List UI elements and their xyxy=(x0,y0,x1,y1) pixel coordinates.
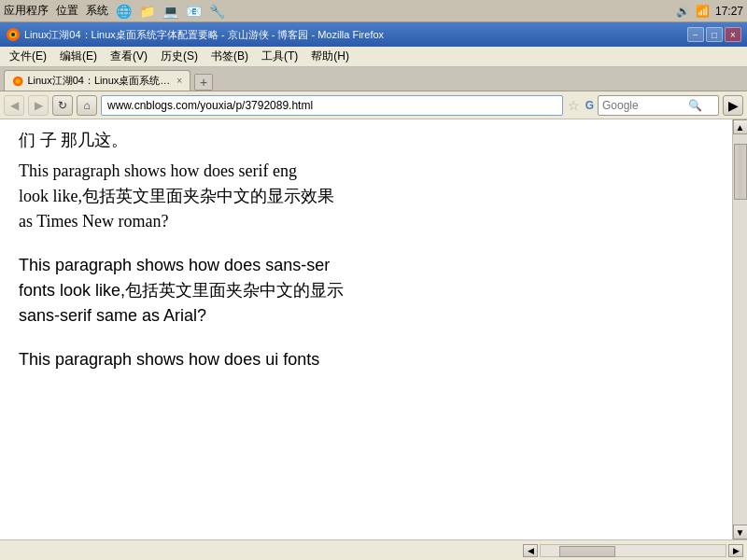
app-menu[interactable]: 应用程序 xyxy=(4,3,49,19)
menu-file[interactable]: 文件(E) xyxy=(4,47,52,66)
scroll-down-button[interactable]: ▼ xyxy=(733,525,748,539)
tray-icon-2: 📶 xyxy=(696,5,710,18)
svg-point-4 xyxy=(16,78,21,83)
tab-label: Linux江湖04：Linux桌面系统字体... xyxy=(27,74,171,88)
system-bar-right: 🔊 📶 17:27 xyxy=(676,5,743,18)
toolbar-icon-1: 🌐 xyxy=(116,4,132,19)
serif-line3: as Times New roman? xyxy=(19,212,169,231)
menu-tools[interactable]: 工具(T) xyxy=(256,47,303,66)
tab-add-button[interactable]: + xyxy=(194,74,213,91)
toolbar-icon-4: 📧 xyxy=(186,4,202,19)
ui-line1: This paragraph shows how does ui fonts xyxy=(19,350,319,369)
content-area: 们 子 那几这。 This paragraph shows how does s… xyxy=(0,119,747,539)
sans-line3: sans-serif same as Arial? xyxy=(19,306,206,325)
toolbar-icon-2: 📁 xyxy=(139,4,155,19)
address-input[interactable] xyxy=(101,95,563,116)
firefox-logo xyxy=(6,27,21,42)
page-content: 们 子 那几这。 This paragraph shows how does s… xyxy=(0,119,732,539)
tab-bar: Linux江湖04：Linux桌面系统字体... × + xyxy=(0,67,747,91)
horizontal-scroll-thumb[interactable] xyxy=(559,546,615,557)
scroll-track xyxy=(733,134,748,525)
search-input[interactable] xyxy=(602,99,686,112)
title-bar-left: Linux江湖04：Linux桌面系统字体配置要略 - 京山游侠 - 博客园 -… xyxy=(6,27,384,42)
search-go-icon[interactable]: 🔍 xyxy=(688,99,702,112)
tab-main[interactable]: Linux江湖04：Linux桌面系统字体... × xyxy=(4,70,190,91)
status-bar: ◀ ▶ xyxy=(0,539,747,560)
window-title: Linux江湖04：Linux桌面系统字体配置要略 - 京山游侠 - 博客园 -… xyxy=(24,28,384,42)
tray-icon-1: 🔊 xyxy=(676,5,690,18)
horizontal-scroll-track xyxy=(540,544,726,557)
close-button[interactable]: × xyxy=(725,27,741,42)
firefox-window: Linux江湖04：Linux桌面系统字体配置要略 - 京山游侠 - 博客园 -… xyxy=(0,22,747,560)
scroll-up-button[interactable]: ▲ xyxy=(733,119,748,134)
forward-button[interactable]: ▶ xyxy=(28,95,49,116)
maximize-button[interactable]: □ xyxy=(706,27,723,42)
scroll-left-button[interactable]: ◀ xyxy=(523,544,538,557)
toolbar-icon-5: 🔧 xyxy=(209,4,225,19)
go-icon: ▶ xyxy=(728,98,739,113)
menu-bookmarks[interactable]: 书签(B) xyxy=(205,47,254,66)
minimize-button[interactable]: − xyxy=(687,27,704,42)
places-menu[interactable]: 位置 xyxy=(56,3,78,19)
sans-line1: This paragraph shows how does sans-ser xyxy=(19,256,330,274)
search-box: 🔍 xyxy=(598,95,719,116)
scroll-right-button[interactable]: ▶ xyxy=(728,544,743,557)
bookmark-star-icon[interactable]: ☆ xyxy=(567,98,582,113)
system-clock: 17:27 xyxy=(715,5,743,18)
svg-point-2 xyxy=(11,33,15,36)
reload-button[interactable]: ↻ xyxy=(52,95,73,116)
menu-bar: 文件(E) 编辑(E) 查看(V) 历史(S) 书签(B) 工具(T) 帮助(H… xyxy=(0,47,747,67)
tab-close-icon[interactable]: × xyxy=(176,76,182,86)
serif-line2: look like,包括英文里面夹杂中文的显示效果 xyxy=(19,187,334,205)
toolbar-icon-3: 💻 xyxy=(162,4,178,19)
menu-help[interactable]: 帮助(H) xyxy=(305,47,355,66)
system-bar: 应用程序 位置 系统 🌐 📁 💻 📧 🔧 🔊 📶 17:27 xyxy=(0,0,747,22)
menu-view[interactable]: 查看(V) xyxy=(105,47,153,66)
system-menu[interactable]: 系统 xyxy=(86,3,108,19)
serif-paragraph: This paragraph shows how does serif eng … xyxy=(19,159,713,234)
menu-history[interactable]: 历史(S) xyxy=(155,47,204,66)
ui-paragraph: This paragraph shows how does ui fonts xyxy=(19,347,713,372)
system-bar-left: 应用程序 位置 系统 🌐 📁 💻 📧 🔧 xyxy=(4,3,225,19)
go-button[interactable]: ▶ xyxy=(723,95,743,116)
sans-line2: fonts look like,包括英文里面夹杂中文的显示 xyxy=(19,281,344,300)
sans-paragraph: This paragraph shows how does sans-ser f… xyxy=(19,253,713,329)
address-bar: ◀ ▶ ↻ ⌂ ☆ G 🔍 ▶ xyxy=(0,91,747,119)
scrollbar: ▲ ▼ xyxy=(732,119,747,539)
home-button[interactable]: ⌂ xyxy=(77,95,97,116)
scroll-thumb[interactable] xyxy=(734,144,747,200)
tab-favicon xyxy=(12,75,23,88)
top-text: 们 子 那几这。 xyxy=(19,129,713,151)
title-bar-buttons: − □ × xyxy=(687,27,741,42)
title-bar: Linux江湖04：Linux桌面系统字体配置要略 - 京山游侠 - 博客园 -… xyxy=(0,22,747,47)
back-button[interactable]: ◀ xyxy=(4,95,24,116)
serif-line1: This paragraph shows how does serif eng xyxy=(19,161,297,180)
search-engine-icon: G xyxy=(585,99,594,112)
menu-edit[interactable]: 编辑(E) xyxy=(54,47,103,66)
